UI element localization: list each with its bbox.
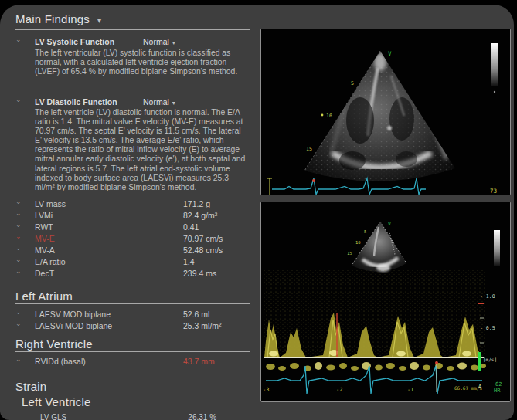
measurement-row-rvidd[interactable]: ⌄ RVIDd (basal) 43.7 mm xyxy=(0,357,257,368)
measurement-value: 0.41 xyxy=(183,222,199,232)
section-heading-right-ventricle: Right Ventricle xyxy=(15,337,93,351)
chevron-down-icon[interactable]: ⌄ xyxy=(15,36,22,43)
measurement-label: MV-A xyxy=(35,246,55,255)
measurement-value: 52.6 ml xyxy=(183,310,209,319)
findings-panel: Main Findings▾ ⌄ LV Systolic Function No… xyxy=(0,5,257,420)
measurement-label: LV mass xyxy=(35,199,66,208)
time-tick: -2 xyxy=(336,387,342,393)
measurement-label: LVMi xyxy=(35,211,53,220)
measurement-row-lvmi[interactable]: ⌄ LVMi 82.4 g/m² xyxy=(0,211,257,222)
measurement-value: 70.97 cm/s xyxy=(183,234,223,243)
section-divider xyxy=(15,374,250,374)
ecg-cursor-dot xyxy=(435,361,438,364)
doppler-spectral-image[interactable]: V 5 10 15 xyxy=(260,202,511,402)
chevron-down-icon[interactable]: ⌄ xyxy=(15,244,22,252)
velocity-marker-red xyxy=(478,303,484,304)
grayscale-bar xyxy=(494,230,500,266)
heart-rate-label: HR xyxy=(494,388,501,394)
measurement-row-mv-e[interactable]: ⌄ MV-E 70.97 cm/s xyxy=(0,234,257,245)
orientation-marker: V xyxy=(388,221,391,227)
measurement-row-ea-ratio[interactable]: ⌄ E/A ratio 1.4 xyxy=(0,257,257,268)
echo-bmode-svg: V 5 10 15 73 xyxy=(261,29,510,195)
chevron-down-icon[interactable]: ▾ xyxy=(97,16,101,25)
measurement-label: LV GLS xyxy=(40,413,66,420)
app-screen: Main Findings▾ ⌄ LV Systolic Function No… xyxy=(0,0,517,420)
chevron-down-icon[interactable]: ⌄ xyxy=(15,232,22,240)
finding-row-lv-systolic[interactable]: ⌄ LV Systolic Function Normal▾ xyxy=(0,37,257,48)
measurement-value: 52.48 cm/s xyxy=(183,246,223,255)
chevron-down-icon[interactable]: ⌄ xyxy=(15,221,22,229)
measurement-row-laesv[interactable]: ⌄ LAESV MOD biplane 52.6 ml xyxy=(0,310,257,320)
chevron-down-icon[interactable]: ⌄ xyxy=(15,320,22,327)
orientation-marker: V xyxy=(388,50,392,57)
section-heading-strain: Strain xyxy=(15,380,46,393)
measurement-label: DecT xyxy=(35,269,54,278)
finding-row-lv-diastolic[interactable]: ⌄ LV Diastolic Function Normal▾ xyxy=(0,97,257,108)
measurement-label: MV-E xyxy=(35,234,55,243)
velocity-tick: - 1.0 xyxy=(480,293,495,300)
doppler-svg: V 5 10 15 xyxy=(261,202,510,401)
subsection-heading-left-ventricle: Left Ventricle xyxy=(22,395,91,408)
depth-mark: 15 xyxy=(347,251,352,256)
page-title: Main Findings▾ xyxy=(15,12,101,25)
finding-label: LV Systolic Function xyxy=(35,37,114,46)
measurement-row-rwt[interactable]: ⌄ RWT 0.41 xyxy=(0,222,257,233)
section-divider xyxy=(15,303,250,304)
heart-rate-value: 73 xyxy=(490,188,497,195)
page-title-text: Main Findings xyxy=(15,12,90,25)
chevron-down-icon[interactable]: ⌄ xyxy=(15,267,22,275)
measurement-label: RWT xyxy=(35,222,53,232)
depth-mark: 5 xyxy=(364,229,366,234)
finding-text: The left ventricular (LV) systolic funct… xyxy=(35,49,250,76)
measurement-label: E/A ratio xyxy=(35,257,66,266)
chevron-down-icon[interactable]: ⌄ xyxy=(15,355,22,363)
finding-label: LV Diastolic Function xyxy=(35,97,117,107)
grayscale-bar xyxy=(491,43,498,93)
depth-mark: 15 xyxy=(306,146,312,152)
measurement-row-lv-gls[interactable]: LV GLS -26.31 % xyxy=(0,413,257,420)
velocity-tick: - 0.5 xyxy=(480,325,495,331)
measurement-row-dect[interactable]: ⌄ DecT 239.4 ms xyxy=(0,269,257,279)
measurement-value: 43.7 mm xyxy=(183,357,215,366)
measurement-row-lv-mass[interactable]: ⌄ LV mass 171.2 g xyxy=(0,199,257,210)
section-divider xyxy=(15,351,250,352)
report-window: Main Findings▾ ⌄ LV Systolic Function No… xyxy=(0,5,514,420)
section-heading-left-atrium: Left Atrium xyxy=(15,290,73,303)
measurement-value: 171.2 g xyxy=(183,199,210,208)
status-dropdown[interactable]: Normal▾ xyxy=(143,97,175,107)
chevron-down-icon: ▾ xyxy=(172,100,175,107)
chevron-down-icon[interactable]: ⌄ xyxy=(15,198,22,205)
heart-rate-value: 62 xyxy=(495,381,502,388)
measurement-value: 82.4 g/m² xyxy=(183,211,217,220)
depth-mark: 10 xyxy=(326,113,332,119)
measurement-value: 239.4 ms xyxy=(183,269,216,278)
velocity-unit: [m/s] xyxy=(483,357,497,362)
baseline-marker-green xyxy=(478,352,481,371)
status-dropdown[interactable]: Normal▾ xyxy=(143,37,175,46)
time-tick: -1 xyxy=(407,387,413,393)
finding-text: The left ventricle (LV) diastolic functi… xyxy=(35,108,250,192)
measurement-label: LAESVi MOD biplane xyxy=(35,321,112,330)
chevron-down-icon[interactable]: ⌄ xyxy=(15,256,22,263)
chevron-down-icon[interactable]: ⌄ xyxy=(15,209,22,217)
status-value: Normal xyxy=(143,97,169,107)
measurement-label: RVIDd (basal) xyxy=(35,357,86,366)
chevron-down-icon[interactable]: ⌄ xyxy=(15,308,22,316)
depth-mark: 5 xyxy=(351,80,354,86)
measurement-row-mv-a[interactable]: ⌄ MV-A 52.48 cm/s xyxy=(0,246,257,256)
ecg-cursor-dot xyxy=(312,179,315,182)
measurement-label: LAESV MOD biplane xyxy=(35,310,111,319)
spectral-trace xyxy=(264,270,485,357)
measurement-row-laesvi[interactable]: ⌄ LAESVi MOD biplane 25.3 ml/m² xyxy=(0,321,257,332)
echo-bmode-image[interactable]: V 5 10 15 73 xyxy=(260,29,511,195)
measurement-value: -26.31 % xyxy=(185,413,216,420)
depth-mark: 10 xyxy=(355,240,361,245)
chevron-down-icon[interactable]: ⌄ xyxy=(15,96,22,103)
measurement-value: 1.4 xyxy=(183,257,195,266)
time-tick: -3 xyxy=(263,387,269,393)
status-value: Normal xyxy=(143,37,169,46)
header-divider xyxy=(15,29,250,30)
measurement-value: 25.3 ml/m² xyxy=(183,321,222,330)
chevron-down-icon: ▾ xyxy=(172,39,175,46)
